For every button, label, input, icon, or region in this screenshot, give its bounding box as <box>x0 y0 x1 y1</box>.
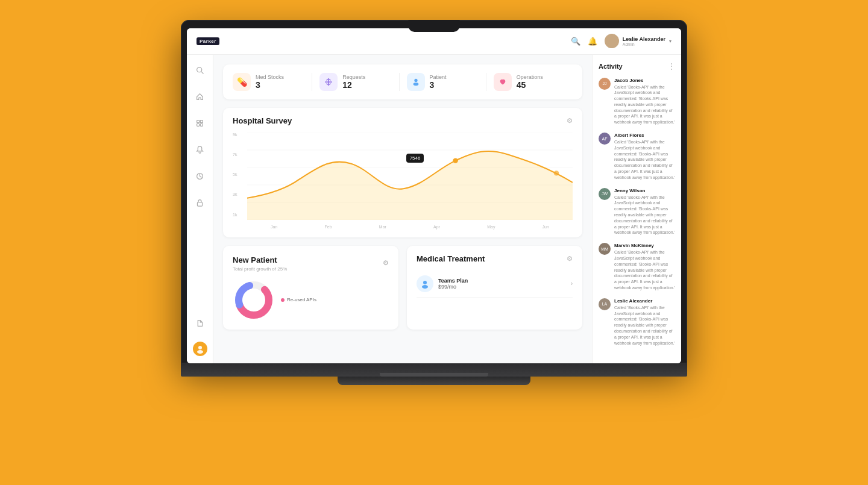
svg-point-25 <box>423 281 427 284</box>
activity-item-4: LA Leslie Alexander Called 'Books-API' w… <box>599 298 675 346</box>
y-label-5k: 5k <box>233 172 245 177</box>
chevron-down-icon: ▾ <box>669 39 671 44</box>
donut-chart-area: Re-used APIs <box>233 279 389 321</box>
stat-requests: Requests 12 <box>312 73 399 91</box>
stat-operations-value: 45 <box>517 80 543 90</box>
activity-avatar-2: JW <box>599 188 611 200</box>
activity-name-2: Jenny Wilson <box>614 188 675 193</box>
activity-name-3: Marvin McKinney <box>614 243 675 248</box>
medical-treatment-title: Medical Treatment <box>417 254 485 263</box>
sidebar-home[interactable] <box>192 89 209 105</box>
svg-point-0 <box>609 36 615 42</box>
stat-med-stocks-label: Med Stocks <box>256 74 284 80</box>
activity-item-0: JJ Jacob Jones Called 'Books-API' with t… <box>599 78 675 126</box>
activity-text-4: Called 'Books-API' with the JavaScript w… <box>614 305 675 346</box>
activity-name-0: Jacob Jones <box>614 78 675 83</box>
activity-text-0: Called 'Books-API' with the JavaScript w… <box>614 84 675 126</box>
medical-treatment-section: Medical Treatment ⚙ T <box>407 246 582 330</box>
stat-operations-label: Operations <box>517 74 543 80</box>
new-patient-title: New Patient <box>233 255 277 264</box>
treatment-card[interactable]: Teams Plan $99/mo › <box>417 271 573 298</box>
legend-reused-apis-label: Re-used APIs <box>287 297 316 302</box>
stat-requests-value: 12 <box>342 80 365 90</box>
svg-point-1 <box>607 43 617 48</box>
activity-name-1: Albert Flores <box>614 133 675 138</box>
svg-rect-6 <box>197 124 200 126</box>
search-icon[interactable]: 🔍 <box>571 37 580 46</box>
svg-point-12 <box>414 78 417 81</box>
operations-icon <box>494 73 512 91</box>
svg-point-13 <box>413 82 418 85</box>
svg-rect-4 <box>197 120 200 123</box>
stat-patient-label: Patient <box>430 74 447 80</box>
svg-point-11 <box>197 350 203 354</box>
activity-item-2: JW Jenny Wilson Called 'Books-API' with … <box>599 188 675 236</box>
activity-avatar-0: JJ <box>599 78 611 90</box>
bottom-row: New Patient Total profit growth of 25% ⚙ <box>223 246 582 330</box>
y-label-9k: 9k <box>233 133 245 137</box>
activity-text-2: Called 'Books-API' with the JavaScript w… <box>614 195 675 236</box>
topbar: Parker 🔍 🔔 Leslie Alexander <box>187 28 681 55</box>
svg-point-26 <box>422 285 428 289</box>
chart-svg <box>247 133 573 220</box>
activity-text-3: Called 'Books-API' with the JavaScript w… <box>614 249 675 291</box>
treatment-price: $99/mo <box>438 284 468 290</box>
chart-tooltip: 7546 <box>406 154 424 163</box>
sidebar-lock[interactable] <box>192 195 209 211</box>
sidebar-bell[interactable] <box>192 142 209 158</box>
activity-item-1: AF Albert Flores Called 'Books-API' with… <box>599 133 675 181</box>
svg-rect-9 <box>197 202 202 207</box>
treatment-icon <box>417 275 433 292</box>
activity-text-1: Called 'Books-API' with the JavaScript w… <box>614 139 675 181</box>
sidebar-file[interactable] <box>192 315 209 332</box>
x-label-feb: Feb <box>325 225 332 229</box>
sidebar-user-avatar[interactable] <box>193 342 207 356</box>
new-patient-subtitle: Total profit growth of 25% <box>233 266 287 272</box>
stat-med-stocks: 💊 Med Stocks 3 <box>233 73 312 91</box>
activity-item-3: MM Marvin McKinney Called 'Books-API' wi… <box>599 243 675 291</box>
stat-med-stocks-value: 3 <box>256 80 284 90</box>
logo: Parker <box>197 37 219 45</box>
sidebar-clock[interactable] <box>192 168 209 185</box>
sidebar-grid[interactable] <box>192 115 209 132</box>
main-content: 💊 Med Stocks 3 <box>213 55 592 363</box>
new-patient-options[interactable]: ⚙ <box>383 259 389 267</box>
bell-icon[interactable]: 🔔 <box>588 37 597 46</box>
chart-options-icon[interactable]: ⚙ <box>567 117 573 125</box>
user-role: Admin <box>623 42 665 46</box>
user-name: Leslie Alexander <box>623 36 665 42</box>
medical-treatment-options[interactable]: ⚙ <box>567 255 573 263</box>
treatment-name: Teams Plan <box>438 278 468 284</box>
x-label-may: May <box>487 225 495 229</box>
svg-point-21 <box>554 171 559 175</box>
sidebar <box>187 55 213 363</box>
treatment-arrow-icon[interactable]: › <box>571 280 573 287</box>
legend-reused-apis: Re-used APIs <box>281 297 316 302</box>
patient-icon <box>407 73 425 91</box>
logo-text: Parker <box>197 37 219 45</box>
med-stocks-icon: 💊 <box>233 73 251 91</box>
stat-patient-value: 3 <box>430 80 447 90</box>
chart-tooltip-value: 7546 <box>410 155 421 161</box>
sidebar-search[interactable] <box>192 62 209 79</box>
x-label-apr: Apr <box>433 225 440 229</box>
hospital-survey-section: Hospital Survey ⚙ 9k 7k 5k 3k <box>223 108 582 237</box>
stat-patient: Patient 3 <box>400 73 486 91</box>
y-label-7k: 7k <box>233 152 245 157</box>
svg-point-20 <box>453 158 458 163</box>
chart-container: 9k 7k 5k 3k 1k <box>233 133 573 229</box>
activity-avatar-1: AF <box>599 133 611 145</box>
x-label-jun: Jun <box>542 225 549 229</box>
user-menu[interactable]: Leslie Alexander Admin ▾ <box>605 34 671 48</box>
requests-icon <box>319 73 338 91</box>
y-label-1k: 1k <box>233 213 245 217</box>
chart-title: Hospital Survey <box>233 116 292 125</box>
svg-point-10 <box>198 346 202 349</box>
activity-avatar-3: MM <box>599 243 611 255</box>
topbar-right: 🔍 🔔 Leslie Alexander Admin <box>571 34 671 48</box>
activity-name-4: Leslie Alexander <box>614 298 675 304</box>
stat-requests-label: Requests <box>342 74 365 80</box>
avatar <box>605 34 619 48</box>
activity-more-icon[interactable]: ⋮ <box>668 62 675 70</box>
svg-line-3 <box>201 72 203 74</box>
